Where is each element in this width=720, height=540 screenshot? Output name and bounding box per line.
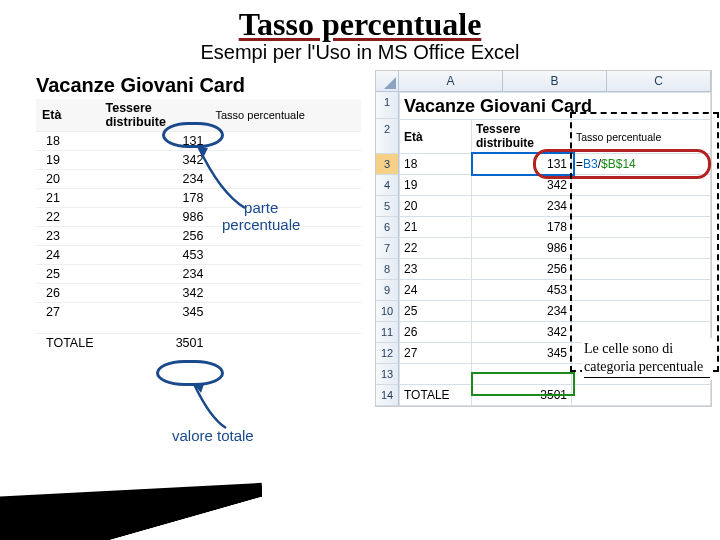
cell[interactable]: 178 bbox=[472, 217, 572, 238]
valore-circle-icon bbox=[156, 360, 224, 386]
cell[interactable]: 18 bbox=[400, 154, 472, 175]
left-sheet-title: Vacanze Giovani Card bbox=[36, 70, 361, 99]
cell[interactable]: 25 bbox=[400, 301, 472, 322]
cell[interactable] bbox=[572, 196, 711, 217]
select-all-icon[interactable] bbox=[376, 71, 399, 91]
cell[interactable]: 26 bbox=[400, 322, 472, 343]
decorative-swoosh bbox=[0, 358, 262, 540]
cell[interactable]: 23 bbox=[400, 259, 472, 280]
col-tasso-header: Tasso percentuale bbox=[209, 99, 361, 132]
cell[interactable]: TOTALE bbox=[400, 385, 472, 406]
table-row: 22986 bbox=[36, 208, 361, 227]
table-row: 23256 bbox=[36, 227, 361, 246]
cell[interactable]: 131 bbox=[472, 154, 572, 175]
row-header[interactable]: 8 bbox=[376, 259, 398, 280]
slide-title: Tasso percentuale bbox=[0, 6, 720, 43]
row-header[interactable]: 5 bbox=[376, 196, 398, 217]
cell[interactable]: Età bbox=[400, 120, 472, 154]
row-header[interactable]: 13 bbox=[376, 364, 398, 385]
cell[interactable] bbox=[572, 280, 711, 301]
table-row: 21178 bbox=[36, 189, 361, 208]
slide-subtitle: Esempi per l'Uso in MS Office Excel bbox=[0, 41, 720, 64]
valore-callout: valore totale bbox=[172, 428, 254, 445]
excel-column-headers: A B C bbox=[376, 71, 711, 92]
table-row: 24453 bbox=[36, 246, 361, 265]
row-header[interactable]: 4 bbox=[376, 175, 398, 196]
total-row: TOTALE 3501 bbox=[36, 333, 361, 352]
cell[interactable]: 3501 bbox=[472, 385, 572, 406]
cell[interactable]: 19 bbox=[400, 175, 472, 196]
row-header[interactable]: 1 bbox=[376, 92, 398, 119]
row-header[interactable]: 10 bbox=[376, 301, 398, 322]
row-headers: 1 2 3 4 5 6 7 8 9 10 11 12 13 14 bbox=[376, 92, 399, 406]
cell[interactable] bbox=[472, 364, 572, 385]
row-header[interactable]: 2 bbox=[376, 119, 398, 154]
row-header[interactable]: 6 bbox=[376, 217, 398, 238]
cell[interactable]: 986 bbox=[472, 238, 572, 259]
cell[interactable] bbox=[572, 217, 711, 238]
arrow-icon bbox=[190, 378, 250, 433]
cell[interactable]: 20 bbox=[400, 196, 472, 217]
cell[interactable]: 21 bbox=[400, 217, 472, 238]
left-table: Età Tessere distribuite Tasso percentual… bbox=[36, 99, 361, 352]
row-header[interactable]: 9 bbox=[376, 280, 398, 301]
cell[interactable] bbox=[572, 259, 711, 280]
row-header[interactable]: 14 bbox=[376, 385, 398, 406]
left-spreadsheet: Vacanze Giovani Card Età Tessere distrib… bbox=[36, 70, 361, 352]
cell[interactable]: 234 bbox=[472, 301, 572, 322]
cell[interactable]: 234 bbox=[472, 196, 572, 217]
cell[interactable]: 345 bbox=[472, 343, 572, 364]
parte-callout: parte percentuale bbox=[222, 200, 300, 233]
row-header[interactable]: 12 bbox=[376, 343, 398, 364]
table-row: 27345 bbox=[36, 303, 361, 322]
cell[interactable]: Tessere distribuite bbox=[472, 120, 572, 154]
col-age-header: Età bbox=[36, 99, 99, 132]
cell[interactable]: 22 bbox=[400, 238, 472, 259]
right-sheet-title[interactable]: Vacanze Giovani Card bbox=[400, 93, 711, 120]
info-text: Le celle sono di categoria percentuale bbox=[582, 338, 712, 380]
col-header-b[interactable]: B bbox=[503, 71, 607, 91]
cell[interactable]: Tasso percentuale bbox=[572, 120, 711, 154]
cell[interactable]: 24 bbox=[400, 280, 472, 301]
col-header-c[interactable]: C bbox=[607, 71, 711, 91]
cell[interactable] bbox=[400, 364, 472, 385]
cell[interactable] bbox=[572, 175, 711, 196]
cell[interactable] bbox=[572, 385, 711, 406]
cell[interactable]: 27 bbox=[400, 343, 472, 364]
total-label: TOTALE bbox=[36, 333, 99, 352]
table-row: 26342 bbox=[36, 284, 361, 303]
cell[interactable]: 256 bbox=[472, 259, 572, 280]
table-row: 18131 bbox=[36, 132, 361, 151]
cell[interactable]: 453 bbox=[472, 280, 572, 301]
row-header[interactable]: 7 bbox=[376, 238, 398, 259]
row-header[interactable]: 3 bbox=[376, 154, 398, 175]
col-tessere-header: Tessere distribuite bbox=[99, 99, 209, 132]
col-header-a[interactable]: A bbox=[399, 71, 503, 91]
cell[interactable]: 342 bbox=[472, 175, 572, 196]
table-row: 20234 bbox=[36, 170, 361, 189]
formula-cell[interactable]: =B3/$B$14 bbox=[572, 154, 711, 175]
cell[interactable] bbox=[572, 238, 711, 259]
table-row: 19342 bbox=[36, 151, 361, 170]
cell[interactable]: 342 bbox=[472, 322, 572, 343]
row-header[interactable]: 11 bbox=[376, 322, 398, 343]
table-row: 25234 bbox=[36, 265, 361, 284]
total-value: 3501 bbox=[99, 333, 209, 352]
cell[interactable] bbox=[572, 301, 711, 322]
